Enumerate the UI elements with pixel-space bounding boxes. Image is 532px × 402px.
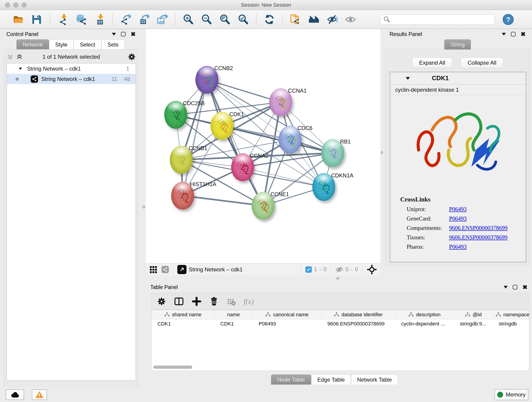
table-cell[interactable]: cyclin-dependent ...	[395, 319, 454, 328]
control-panel-close-icon[interactable]: ✖	[131, 32, 136, 36]
column-header[interactable]: @id	[454, 310, 493, 319]
horizontal-splitter-handle[interactable]	[336, 277, 339, 280]
table-cell[interactable]: 9606.ENSP00000378699	[322, 319, 395, 328]
crosslink-label: Pharos:	[407, 244, 449, 250]
toolbar-search-box[interactable]	[380, 14, 495, 25]
left-splitter-handle[interactable]	[142, 206, 145, 209]
open-session-icon[interactable]	[13, 14, 24, 25]
expand-all-networks-icon[interactable]	[16, 53, 23, 61]
column-header[interactable]: shared name	[152, 310, 215, 319]
node-table[interactable]: shared namenamecanonical namedatabase id…	[151, 310, 529, 371]
export-table-icon[interactable]	[138, 14, 149, 25]
network-row-selected[interactable]: String Network – cdk1 11 48	[7, 74, 136, 84]
control-panel: Control Panel ✖ Network Style Select Set…	[0, 29, 142, 383]
node-label: CCNB1	[189, 145, 207, 152]
crosslink-value-link[interactable]: P06493	[449, 206, 467, 212]
crosslink-value-link[interactable]: 9606.ENSP00000378699	[449, 234, 507, 241]
collapse-all-networks-icon[interactable]	[7, 53, 14, 61]
save-session-icon[interactable]	[31, 14, 42, 25]
table-row[interactable]: CDK1CDK1P064939606.ENSP00000378699cyclin…	[152, 319, 529, 328]
column-header[interactable]: database identifier	[322, 310, 395, 319]
tab-node-table[interactable]: Node Table	[271, 375, 311, 385]
table-panel-float-icon[interactable]	[513, 285, 517, 289]
tab-network-table[interactable]: Network Table	[351, 375, 398, 385]
center-view-crosshair-icon[interactable]	[367, 264, 377, 274]
memory-button[interactable]: Memory	[494, 389, 528, 400]
selected-checkbox-icon[interactable]	[305, 266, 312, 273]
crosslink-value-link[interactable]: P06493	[449, 244, 467, 250]
refresh-icon[interactable]	[264, 14, 275, 25]
table-panel-menu-icon[interactable]	[504, 286, 508, 288]
table-panel-close-icon[interactable]: ✖	[522, 285, 527, 289]
column-header[interactable]: namespace	[493, 310, 529, 319]
selected-counts: 1 - 0	[314, 266, 327, 273]
warnings-button[interactable]	[32, 389, 47, 400]
crosslink-value-link[interactable]: P06493	[449, 216, 467, 222]
home-icon[interactable]	[308, 14, 319, 25]
collection-name: String Network – cdk1	[27, 65, 81, 72]
column-header[interactable]: description	[395, 310, 454, 319]
collection-expander-icon[interactable]	[19, 68, 22, 70]
expand-all-button[interactable]: Expand All	[412, 57, 452, 68]
shared-column-tree-icon	[465, 312, 470, 317]
results-panel-menu-icon[interactable]	[502, 33, 506, 36]
zoom-selected-icon[interactable]	[238, 14, 249, 25]
network-view-canvas[interactable]: CCNB2CCNA1CDC25BCDK1CDC6RB1CCNB1CCNA2CDK…	[145, 29, 381, 263]
toolbar-separator	[112, 13, 113, 26]
table-cell[interactable]: CDK1	[152, 319, 215, 328]
control-panel-menu-icon[interactable]	[112, 33, 116, 36]
results-panel-float-icon[interactable]	[511, 32, 515, 36]
network-collection-row[interactable]: String Network – cdk1 1	[7, 64, 136, 74]
table-cell[interactable]: CDK1	[215, 319, 253, 328]
import-table-file-icon[interactable]	[94, 14, 105, 25]
open-in-window-icon[interactable]	[177, 265, 186, 274]
tab-network[interactable]: Network	[17, 39, 49, 50]
tab-sets[interactable]: Sets	[101, 39, 125, 50]
collapse-all-button[interactable]: Collapse All	[461, 57, 503, 68]
zoom-out-icon[interactable]	[201, 14, 212, 25]
import-network-file-icon[interactable]	[57, 14, 68, 25]
network-name: String Network – cdk1	[41, 76, 95, 82]
current-network-dot-icon	[16, 77, 19, 81]
hide-selected-icon[interactable]	[327, 14, 338, 25]
search-input[interactable]	[390, 17, 489, 22]
tab-style[interactable]: Style	[49, 39, 74, 50]
zoom-fit-icon[interactable]	[220, 14, 230, 25]
network-options-gear-icon[interactable]	[128, 53, 136, 61]
protein-card-header[interactable]: CDK1	[390, 72, 526, 85]
network-node-count: 11	[111, 76, 117, 82]
show-all-icon[interactable]	[345, 14, 356, 25]
table-horizontal-scrollbar[interactable]	[152, 366, 529, 369]
show-columns-icon[interactable]	[174, 296, 184, 306]
export-image-icon[interactable]	[157, 14, 168, 25]
node-label: CCNB2	[214, 65, 233, 71]
import-network-database-icon[interactable]	[76, 14, 87, 25]
zoom-in-icon[interactable]	[183, 14, 194, 25]
protein-expander-icon[interactable]	[406, 77, 410, 80]
cloud-status-button[interactable]	[6, 389, 24, 400]
tab-edge-table[interactable]: Edge Table	[311, 375, 351, 385]
search-icon	[383, 16, 390, 23]
table-options-gear-icon[interactable]	[157, 297, 166, 306]
network-selection-status: 1 of 1 Network selected	[7, 54, 136, 60]
column-header-label: description	[416, 312, 440, 318]
tab-string[interactable]: String	[444, 39, 471, 50]
table-cell[interactable]: stringdb	[493, 319, 529, 328]
create-column-icon[interactable]	[192, 297, 201, 306]
table-cell[interactable]: stringdb:9...	[454, 319, 493, 328]
scrollbar-thumb[interactable]	[153, 366, 192, 369]
status-bar: Memory	[0, 387, 532, 402]
export-network-icon[interactable]	[120, 14, 131, 25]
column-header[interactable]: name	[215, 310, 253, 319]
results-panel-close-icon[interactable]: ✖	[520, 32, 526, 36]
column-header[interactable]: canonical name	[253, 310, 322, 319]
help-icon[interactable]: ?	[503, 14, 514, 25]
table-cell[interactable]: P06493	[253, 319, 322, 328]
first-neighbors-icon[interactable]	[290, 14, 301, 25]
control-panel-float-icon[interactable]	[121, 32, 126, 36]
crosslink-value-link[interactable]: 9606.ENSP00000378699	[449, 225, 507, 231]
birdseye-grid-icon[interactable]	[149, 265, 157, 274]
hidden-eye-icon[interactable]	[336, 266, 343, 274]
delete-column-icon[interactable]	[209, 297, 219, 306]
tab-select[interactable]: Select	[74, 39, 101, 50]
